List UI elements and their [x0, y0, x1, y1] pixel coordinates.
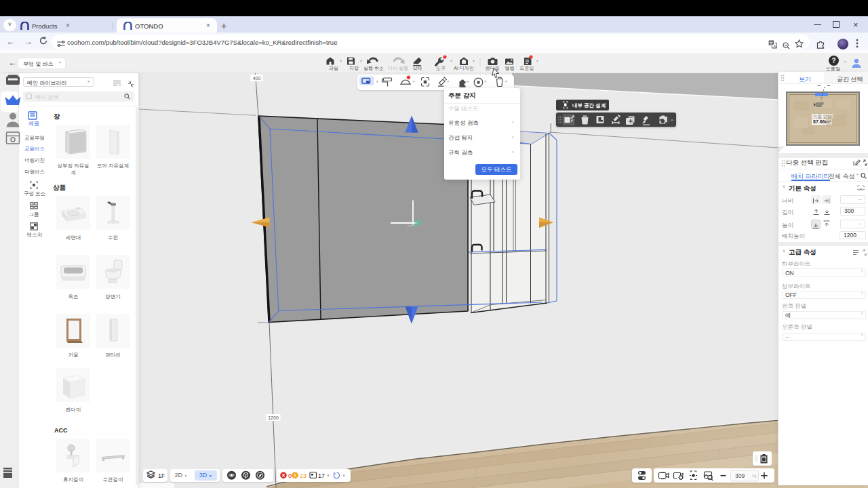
- svg-text:AI 디자인: AI 디자인: [454, 66, 474, 70]
- svg-text:1F: 1F: [158, 472, 165, 479]
- svg-text:23: 23: [300, 472, 307, 479]
- svg-text:309: 309: [735, 472, 745, 479]
- svg-text:▼: ▼: [536, 59, 539, 63]
- svg-text:▼: ▼: [326, 474, 330, 478]
- svg-text:▼: ▼: [376, 80, 378, 83]
- svg-text:17: 17: [318, 472, 325, 479]
- svg-text:400: 400: [253, 76, 261, 81]
- svg-text:1200: 1200: [268, 415, 279, 420]
- svg-text:!: !: [294, 472, 296, 479]
- svg-text:▼: ▼: [484, 80, 487, 83]
- svg-text:▼: ▼: [342, 474, 346, 478]
- svg-text:0: 0: [288, 472, 292, 479]
- svg-text:저장: 저장: [349, 66, 359, 70]
- svg-text:▼: ▼: [467, 80, 469, 83]
- svg-text:▼: ▼: [450, 59, 453, 63]
- svg-text:삭제: 삭제: [413, 66, 422, 70]
- svg-text:A: A: [774, 44, 776, 48]
- svg-text:파일: 파일: [329, 66, 338, 70]
- svg-text:▼: ▼: [339, 59, 342, 63]
- svg-text:도구: 도구: [436, 66, 446, 70]
- svg-text:▼: ▼: [472, 59, 475, 63]
- svg-text:실행 취소: 실행 취소: [363, 66, 384, 71]
- svg-text:앨범: 앨범: [505, 66, 515, 70]
- svg-text:▼: ▼: [412, 80, 415, 83]
- svg-text:드로잉: 드로잉: [520, 66, 534, 71]
- svg-text:▼: ▼: [447, 80, 450, 83]
- svg-text:내부 공간 설계: 내부 공간 설계: [572, 102, 606, 108]
- svg-text:%: %: [752, 472, 757, 479]
- svg-text:»: »: [671, 118, 673, 123]
- svg-text:▼: ▼: [505, 80, 507, 83]
- svg-text:›: ›: [603, 103, 605, 109]
- svg-text:▼: ▼: [359, 59, 363, 63]
- svg-text:다시 실행: 다시 실행: [388, 66, 408, 71]
